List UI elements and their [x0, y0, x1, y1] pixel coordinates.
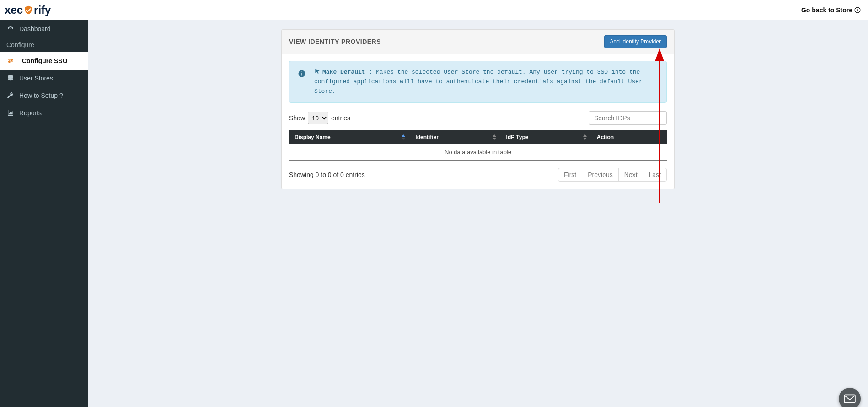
database-icon — [6, 74, 15, 82]
chevron-right-circle-icon — [854, 7, 861, 13]
logo-text-left: xec — [5, 4, 23, 16]
sidebar-item-how-to-setup[interactable]: How to Setup ? — [0, 87, 88, 104]
cursor-icon — [314, 68, 321, 75]
sidebar-item-label: How to Setup ? — [19, 92, 63, 99]
panel-title: VIEW IDENTITY PROVIDERS — [289, 38, 381, 45]
col-idp-type[interactable]: IdP Type — [501, 130, 591, 144]
svg-rect-6 — [844, 395, 855, 402]
sort-desc-icon — [493, 138, 496, 140]
sort-desc-icon — [402, 138, 405, 140]
sidebar-item-user-stores[interactable]: User Stores — [0, 70, 88, 87]
sidebar-item-label: User Stores — [19, 75, 53, 82]
sidebar-item-label: Reports — [19, 109, 42, 117]
page-previous-button[interactable]: Previous — [582, 168, 618, 182]
col-display-name[interactable]: Display Name — [289, 130, 410, 144]
col-action: Action — [591, 130, 667, 144]
svg-point-0 — [855, 7, 860, 13]
table-empty-text: No data available in table — [289, 144, 667, 161]
sidebar-item-label: Configure SSO — [22, 57, 68, 64]
sort-desc-icon — [583, 138, 587, 140]
swap-icon — [6, 57, 15, 65]
go-back-link[interactable]: Go back to Store — [801, 6, 861, 14]
info-alert: Make Default : Makes the selected User S… — [289, 61, 667, 103]
chat-button[interactable] — [839, 388, 861, 407]
show-suffix: entries — [331, 114, 350, 122]
table-footer: Showing 0 to 0 of 0 entries First Previo… — [289, 168, 667, 182]
shield-icon — [23, 5, 33, 15]
show-prefix: Show — [289, 114, 305, 122]
go-back-label: Go back to Store — [801, 6, 852, 14]
sidebar-item-dashboard[interactable]: Dashboard — [0, 20, 88, 37]
sidebar-group-configure[interactable]: Configure — [0, 37, 88, 52]
table-empty-row: No data available in table — [289, 144, 667, 161]
sidebar-item-configure-sso[interactable]: Configure SSO — [0, 52, 88, 70]
sort-asc-icon — [583, 134, 587, 137]
sidebar-item-reports[interactable]: Reports — [0, 104, 88, 122]
page-first-button[interactable]: First — [558, 168, 582, 182]
logo-text-right: rify — [34, 4, 51, 16]
sort-asc-icon — [402, 134, 405, 137]
panel-body: Make Default : Makes the selected User S… — [282, 54, 674, 189]
idp-table: Display Name Identifier — [289, 130, 667, 161]
pagination: First Previous Next Last — [558, 168, 667, 182]
area-chart-icon — [6, 109, 15, 117]
content: VIEW IDENTITY PROVIDERS Add Identity Pro… — [88, 20, 868, 208]
page-last-button[interactable]: Last — [643, 168, 667, 182]
sidebar-item-label: Dashboard — [19, 25, 51, 32]
search-input[interactable] — [589, 111, 667, 125]
topbar: xec rify Go back to Store — [0, 0, 868, 20]
svg-rect-3 — [301, 73, 302, 76]
entries-length: Show 10 entries — [289, 112, 350, 124]
sidebar-item-label: Configure — [6, 41, 34, 48]
sidebar: Dashboard Configure Configure SSO User S… — [0, 20, 88, 407]
mail-icon — [844, 394, 856, 403]
table-info: Showing 0 to 0 of 0 entries — [289, 171, 365, 178]
table-controls: Show 10 entries — [289, 111, 667, 125]
dashboard-icon — [6, 25, 15, 33]
wrench-icon — [6, 91, 15, 100]
panel-header: VIEW IDENTITY PROVIDERS Add Identity Pro… — [282, 30, 674, 54]
sort-asc-icon — [493, 134, 496, 137]
page-next-button[interactable]: Next — [618, 168, 643, 182]
add-identity-provider-button[interactable]: Add Identity Provider — [604, 35, 667, 48]
entries-length-select[interactable]: 10 — [308, 112, 328, 124]
logo: xec rify — [5, 4, 51, 16]
alert-lead: Make Default : — [322, 69, 372, 75]
panel-identity-providers: VIEW IDENTITY PROVIDERS Add Identity Pro… — [281, 29, 675, 189]
col-identifier[interactable]: Identifier — [410, 130, 500, 144]
svg-rect-4 — [301, 72, 302, 73]
info-icon — [298, 70, 306, 78]
